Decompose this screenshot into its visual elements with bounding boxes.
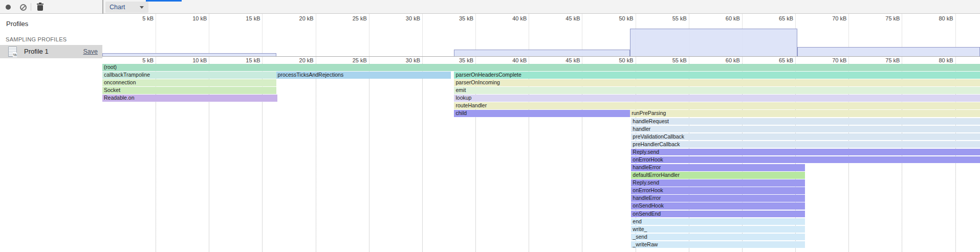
flame-frame[interactable]: emit [454, 87, 979, 94]
overview-tick-label: 50 kB [604, 15, 634, 22]
delete-profile-button[interactable] [34, 0, 47, 13]
ruler-tick-label: 70 kB [817, 57, 846, 63]
flame-frame[interactable]: parserOnIncoming [454, 79, 979, 86]
flame-frame[interactable]: write_ [631, 226, 805, 233]
flame-frame[interactable]: handleRequest [631, 118, 979, 125]
clear-icon [20, 4, 27, 11]
flame-frame[interactable]: (root) [102, 64, 980, 71]
overview-tick-label: 45 kB [550, 15, 580, 22]
ruler-tick-label: 15 kB [230, 57, 260, 63]
overview-tick-label: 20 kB [284, 15, 314, 22]
flame-frame[interactable]: _writeRaw [631, 241, 805, 248]
flame-frame[interactable]: Reply.send [631, 179, 805, 187]
flame-frame[interactable]: onSendEnd [631, 211, 805, 218]
allocation-overview[interactable]: 5 kB10 kB15 kB20 kB25 kB30 kB35 kB40 kB4… [102, 14, 980, 57]
flame-chart-ruler: 5 kB10 kB15 kB20 kB25 kB30 kB35 kB40 kB4… [102, 57, 980, 63]
trash-icon [36, 2, 45, 11]
flame-frame[interactable]: Socket [102, 87, 276, 94]
overview-tick-label: 10 kB [177, 15, 207, 22]
record-icon [6, 5, 11, 10]
flame-frame[interactable]: handleError [631, 195, 805, 202]
view-mode-value: Chart [110, 2, 125, 13]
memory-profiler-panel: Chart Profiles SAMPLING PROFILES Profile… [0, 0, 980, 252]
flame-frame[interactable]: onErrorHook [631, 156, 979, 164]
overview-tick-label: 40 kB [497, 15, 527, 22]
flame-frame[interactable]: defaultErrorHandler [631, 172, 805, 179]
overview-tick-label: 35 kB [444, 15, 473, 22]
flame-frame[interactable]: lookup [454, 95, 979, 102]
profile-document-icon [8, 47, 17, 57]
ruler-tick-label: 25 kB [337, 57, 367, 63]
flame-frame[interactable]: routeHandler [454, 102, 979, 109]
grid-line-dotted [369, 63, 369, 252]
sidebar-title: Profiles [6, 20, 28, 28]
ruler-tick-label: 30 kB [390, 57, 420, 63]
toolbar: Chart [0, 0, 980, 14]
overview-tick-label: 75 kB [870, 15, 900, 22]
flame-frame[interactable]: _send [631, 234, 805, 241]
overview-step [797, 47, 979, 56]
flame-frame[interactable]: onSendHook [631, 202, 805, 210]
profile-name: Profile 1 [24, 45, 49, 58]
flame-frame[interactable]: Reply.send [631, 149, 979, 156]
ruler-tick-label: 35 kB [444, 57, 473, 63]
flame-frame[interactable]: processTicksAndRejections [276, 72, 451, 79]
chevron-down-icon [140, 6, 144, 9]
ruler-tick-label: 5 kB [124, 57, 154, 63]
overview-tick-label: 60 kB [710, 15, 740, 22]
ruler-tick-label: 45 kB [550, 57, 580, 63]
overview-tick-label: 5 kB [124, 15, 154, 22]
flame-frame[interactable]: preValidationCallback [631, 133, 979, 141]
flame-frame[interactable]: parserOnHeadersComplete [454, 72, 979, 79]
flame-frame[interactable]: onconnection [102, 79, 276, 86]
overview-tick-label: 15 kB [230, 15, 260, 22]
flame-frame[interactable]: child [454, 110, 630, 117]
ruler-tick-label: 65 kB [764, 57, 793, 63]
overview-step [102, 53, 276, 56]
flame-frame[interactable]: callbackTrampoline [102, 72, 276, 79]
ruler-tick-label: 75 kB [870, 57, 900, 63]
overview-tick-label: 30 kB [390, 15, 420, 22]
ruler-tick-label: 50 kB [604, 57, 634, 63]
flame-frame[interactable]: Readable.on [102, 95, 277, 102]
chart-pane: 5 kB10 kB15 kB20 kB25 kB30 kB35 kB40 kB4… [102, 14, 980, 252]
overview-step [454, 50, 630, 56]
record-heap-profile-button[interactable] [2, 0, 15, 13]
active-tab-accent [146, 0, 182, 2]
toolbar-separator [31, 3, 31, 11]
grid-line-dotted [422, 63, 423, 252]
grid-line-dotted [316, 63, 316, 252]
ruler-tick-label: 80 kB [924, 57, 953, 63]
flame-frame[interactable]: handleError [631, 164, 805, 171]
overview-tick-label: 25 kB [337, 15, 367, 22]
overview-tick-label: 80 kB [924, 15, 953, 22]
clear-profiles-button[interactable] [16, 0, 29, 13]
flame-frame[interactable]: handler [631, 126, 979, 133]
overview-step [630, 29, 797, 56]
flame-chart: (root)callbackTrampolineprocessTicksAndR… [102, 63, 980, 252]
overview-tick-label: 55 kB [657, 15, 687, 22]
ruler-tick-label: 55 kB [657, 57, 687, 63]
save-profile-link[interactable]: Save [83, 45, 98, 58]
profiles-sidebar: Profiles SAMPLING PROFILES Profile 1 Sav… [0, 14, 102, 252]
sidebar-item-profile-1[interactable]: Profile 1 Save [0, 45, 102, 58]
ruler-tick-label: 40 kB [497, 57, 527, 63]
flame-frame[interactable]: preHandlerCallback [631, 141, 979, 148]
overview-tick-label: 65 kB [764, 15, 793, 22]
flame-frame[interactable]: runPreParsing [630, 110, 979, 117]
ruler-tick-label: 20 kB [284, 57, 314, 63]
flame-frame[interactable]: end [631, 218, 805, 225]
view-mode-select[interactable]: Chart [105, 2, 148, 13]
sampling-profiles-section-label: SAMPLING PROFILES [6, 36, 67, 42]
ruler-tick-label: 60 kB [710, 57, 740, 63]
overview-tick-label: 70 kB [817, 15, 846, 22]
ruler-tick-label: 10 kB [177, 57, 207, 63]
flame-frame[interactable]: onErrorHook [631, 187, 805, 194]
